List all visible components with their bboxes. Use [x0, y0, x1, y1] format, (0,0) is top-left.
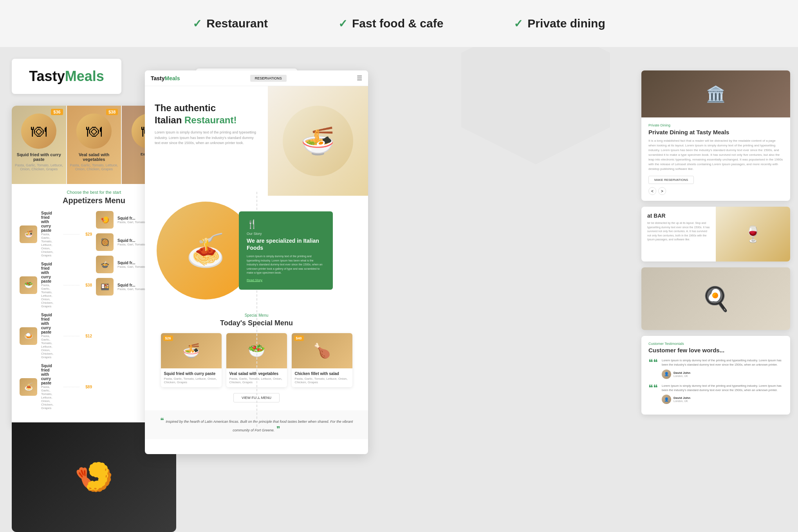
top-bar-label-private: Private dining: [527, 17, 605, 30]
top-bar-item-private: ✓ Private dining: [514, 17, 605, 30]
story-link[interactable]: Read Story: [247, 278, 325, 282]
quote-mark-open: ❝: [160, 417, 164, 424]
sm-card-img-1: 🍜 $26: [161, 333, 222, 368]
story-subtitle: Our Story: [247, 232, 325, 236]
testimonial-1: ❝❝ Lorem Ipsum is simply dummy text of t…: [648, 358, 783, 379]
story-desc: Lorem Ipsum is simply dummy text of the …: [247, 254, 325, 275]
food-desc-2: Pasta, Garlic, Tomato, Lettuce, Onion, C…: [67, 163, 121, 174]
quote-icon-1: ❝❝: [648, 358, 658, 379]
menu-item-img-r3: 🍲: [96, 256, 114, 273]
pd-nav-prev[interactable]: <: [648, 187, 656, 195]
pd-content: Private Dining Private Dining at Tasty M…: [641, 117, 790, 201]
bar-desc: ter be distracted by the up at its layou…: [647, 221, 710, 242]
check-icon-fastfood: ✓: [338, 17, 347, 30]
top-bar: ✓ Restaurant ✓ Fast food & cafe ✓ Privat…: [0, 0, 798, 47]
menu-item-info-1: Squid fried with curry paste Pasta, Garl…: [41, 211, 58, 257]
testimonials-subtitle: Customer Testimonials: [648, 342, 783, 346]
menu-item-img-3: 🍛: [20, 327, 37, 345]
food-img-2: Veal salad with vegetables Pasta, Garlic…: [67, 106, 122, 184]
sm-card-3: 🍗 $40 Chicken fillet with salad Pasta, G…: [292, 333, 352, 387]
testimonials-title: Customer few love words...: [648, 347, 783, 353]
pd-subtitle: Private Dining: [648, 123, 783, 127]
top-bar-item-fastfood: ✓ Fast food & cafe: [338, 17, 443, 30]
food-name-2: Veal salad with vegetables: [67, 151, 121, 163]
menu-icon[interactable]: ☰: [357, 74, 362, 82]
main-area: TastyMeals ≡ elementor Squid fried with …: [0, 47, 798, 532]
hero-section: The authentic Italian Restaurant! Lorem …: [145, 86, 368, 196]
testimonial-text-1: Lorem Ipsum is simply dummy text of the …: [662, 358, 783, 367]
food-name-1: Squid fried with curry paste: [12, 151, 66, 163]
hero-food-circle: 🍜: [283, 106, 353, 176]
pd-title: Private Dining at Tasty Meals: [648, 129, 783, 135]
menu-item-img-2: 🥗: [20, 276, 37, 294]
menu-item-img-r4: 🍱: [96, 278, 114, 296]
hero-image: 🍜: [268, 86, 368, 196]
pd-desc: It is a long established fact that a rea…: [648, 139, 783, 171]
hero-title: The authentic Italian Restaurant!: [155, 102, 258, 126]
hero-text: The authentic Italian Restaurant! Lorem …: [145, 86, 268, 196]
sm-card-img-3: 🍗 $40: [292, 333, 352, 368]
top-bar-item-restaurant: ✓ Restaurant: [193, 17, 268, 30]
testimonial-author-1: 👤 David John London, UK: [662, 370, 783, 379]
logo: TastyMeals: [29, 68, 104, 85]
menu-item-3: 🍛 Squid fried with curry paste Pasta, Ga…: [20, 313, 92, 359]
sm-card-1: 🍜 $26 Squid fried with curry paste Pasta…: [161, 333, 222, 387]
food-circle-2: [76, 114, 112, 149]
story-section: 🍝 🍴 Our Story We are specialized in Ital…: [145, 196, 368, 305]
top-bar-label-fastfood: Fast food & cafe: [352, 17, 443, 30]
check-icon-restaurant: ✓: [193, 17, 202, 30]
menu-item-img-r2: 🥘: [96, 233, 114, 251]
story-title: We are specialized in Italian Foods: [247, 237, 325, 251]
story-card: 🍴 Our Story We are specialized in Italia…: [239, 211, 333, 290]
quote-icon-2: ❝❝: [648, 384, 658, 404]
quote-text: Inspired by the hearth of Latin American…: [166, 420, 353, 432]
testimonial-2: ❝❝ Lorem Ipsum is simply dummy text of t…: [648, 384, 783, 404]
menu-item-img-1: 🍜: [20, 225, 37, 243]
menu-item-img-4: 🍝: [20, 378, 37, 396]
testimonials-card: Customer Testimonials Customer few love …: [641, 336, 790, 415]
food-circle-1: [21, 114, 56, 149]
avatar-1: 👤: [662, 370, 671, 379]
bar-content: at BAR ter be distracted by the up at it…: [641, 207, 716, 261]
menu-item-info-4: Squid fried with curry paste Pasta, Garl…: [41, 364, 58, 410]
food-price-2: $38: [106, 109, 118, 115]
check-icon-private: ✓: [514, 17, 523, 30]
mockup-nav: TastyMeals RESERVATIONS ☰: [145, 70, 368, 86]
menu-item-1: 🍜 Squid fried with curry paste Pasta, Ga…: [20, 211, 92, 257]
menu-item-info-3: Squid fried with curry paste Pasta, Garl…: [41, 313, 58, 359]
private-dining-card: 🏛️ Private Dining Private Dining at Tast…: [641, 70, 790, 201]
pd-image: 🏛️: [641, 70, 790, 117]
hero-desc: Lorem Ipsum is simply dummy text of the …: [155, 130, 258, 146]
testimonial-text-2: Lorem Ipsum is simply dummy text of the …: [662, 384, 783, 393]
avatar-2: 👤: [662, 395, 671, 404]
story-icon: 🍴: [247, 219, 325, 229]
top-bar-label-restaurant: Restaurant: [206, 17, 268, 30]
menu-item-info-2: Squid fried with curry paste Pasta, Garl…: [41, 262, 58, 308]
menu-item-2: 🥗 Squid fried with curry paste Pasta, Ga…: [20, 262, 92, 308]
bar-title: at BAR: [647, 213, 710, 219]
logo-card: TastyMeals: [12, 59, 121, 94]
center-mockup: TastyMeals RESERVATIONS ☰ The authentic …: [145, 70, 368, 454]
food-desc-1: Pasta, Garlic, Tomato, Lettuce, Onion, C…: [12, 163, 66, 174]
kitchen-image-card: 🍳: [641, 267, 790, 330]
food-price-1: $36: [51, 109, 63, 115]
make-reservations-button[interactable]: MAKE RESERVATIONS: [648, 176, 694, 184]
mockup-logo: TastyMeals: [151, 75, 180, 81]
pd-nav: < >: [648, 187, 783, 195]
testimonial-author-2: 👤 David John London, UK: [662, 395, 783, 404]
bar-image: 🍷: [716, 207, 790, 261]
food-img-1: Squid fried with curry paste Pasta, Garl…: [12, 106, 67, 184]
bar-section: at BAR ter be distracted by the up at it…: [641, 207, 790, 261]
right-panel: 🏛️ Private Dining Private Dining at Tast…: [641, 70, 790, 513]
reservations-button[interactable]: RESERVATIONS: [250, 75, 287, 82]
menu-item-img-r1: 🍤: [96, 211, 114, 229]
menu-item-4: 🍝 Squid fried with curry paste Pasta, Ga…: [20, 364, 92, 410]
quote-mark-close: ❞: [276, 425, 280, 433]
pd-nav-next[interactable]: >: [658, 187, 666, 195]
